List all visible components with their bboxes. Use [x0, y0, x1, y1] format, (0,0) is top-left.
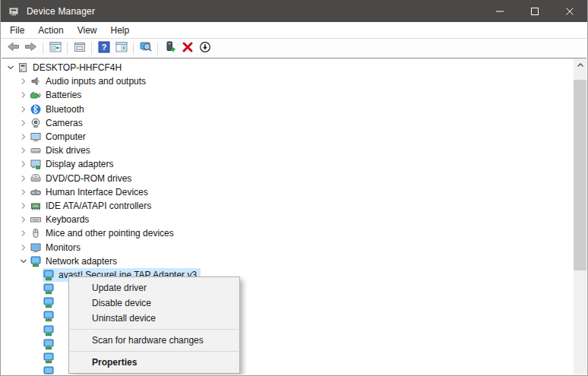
network-icon	[30, 255, 42, 267]
window-title: Device Manager	[27, 6, 95, 17]
toolbar-properties-button[interactable]	[71, 40, 88, 57]
close-button[interactable]	[552, 0, 587, 22]
chevron-spacer	[30, 296, 43, 308]
scan-icon	[140, 41, 152, 56]
tree-item-display-adapters[interactable]: Display adapters	[2, 157, 574, 171]
tree-row-content: Bluetooth	[30, 103, 88, 116]
tree-item-label: Mice and other pointing devices	[46, 228, 174, 239]
toolbar-show-console-tree-button[interactable]	[46, 40, 64, 57]
context-menu: Update driverDisable deviceUninstall dev…	[68, 276, 240, 374]
chevron-spacer	[30, 324, 43, 337]
tree-row-content: Display adapters	[30, 157, 117, 171]
toolbar-action-pane-button[interactable]	[112, 40, 130, 57]
toolbar-forward-button[interactable]	[22, 40, 40, 57]
tree-item-bluetooth[interactable]: Bluetooth	[2, 103, 574, 116]
maximize-button[interactable]	[517, 0, 552, 22]
chevron-right-icon[interactable]	[17, 227, 30, 239]
tree-item-dvd-cd-rom-drives[interactable]: DVD/CD-ROM drives	[2, 172, 574, 185]
chevron-right-icon[interactable]	[17, 242, 30, 254]
toolbar-scan-hardware-changes-button[interactable]	[137, 40, 154, 57]
tree-item-network-adapters[interactable]: Network adapters	[2, 254, 574, 268]
tree-item-ide-ata-atapi-controllers[interactable]: IDE ATA/ATAPI controllers	[2, 199, 574, 213]
context-menu-item-scan-for-hardware-changes[interactable]: Scan for hardware changes	[69, 333, 239, 348]
context-menu-item-update-driver[interactable]: Update driver	[69, 280, 239, 295]
chevron-down-icon[interactable]	[17, 255, 30, 267]
toolbar-help-button[interactable]: ?	[95, 40, 112, 57]
tree-item-computer[interactable]: Computer	[2, 130, 574, 144]
vertical-scrollbar[interactable]	[574, 58, 586, 374]
close-icon	[566, 5, 574, 18]
chevron-right-icon[interactable]	[17, 144, 30, 156]
menu-view[interactable]: View	[71, 23, 104, 38]
toolbar-disable-device-button[interactable]	[196, 40, 213, 57]
chevron-right-icon[interactable]	[17, 158, 30, 170]
tree-row-content: Cameras	[30, 116, 87, 130]
computer-icon	[30, 131, 42, 143]
tree-item-human-interface-devices[interactable]: Human Interface Devices	[2, 185, 574, 199]
client-area: DESKTOP-HHFCF4HAudio inputs and outputsB…	[2, 58, 586, 374]
tree-row-content	[43, 351, 62, 365]
chevron-right-icon[interactable]	[17, 213, 30, 226]
tree-item-monitors[interactable]: Monitors	[2, 240, 574, 254]
menu-help[interactable]: Help	[104, 23, 137, 38]
chevron-right-icon[interactable]	[17, 117, 30, 129]
tree-item-label: DVD/CD-ROM drives	[46, 173, 131, 184]
tree-item-cameras[interactable]: Cameras	[2, 116, 574, 130]
network-icon	[43, 338, 55, 350]
arrow-right-icon	[24, 41, 37, 55]
chevron-spacer	[30, 269, 43, 281]
context-menu-item-properties[interactable]: Properties	[69, 355, 239, 370]
minimize-button[interactable]	[482, 0, 517, 22]
tree-row-content: IDE ATA/ATAPI controllers	[30, 199, 155, 213]
scrollbar-thumb[interactable]	[574, 80, 586, 270]
tree-row-content	[43, 295, 62, 309]
chevron-right-icon[interactable]	[17, 186, 30, 198]
action-pane-icon	[115, 41, 128, 56]
tree-item-label: Human Interface Devices	[46, 187, 148, 197]
tree-item-desktop-hhfcf4h[interactable]: DESKTOP-HHFCF4H	[2, 61, 574, 74]
chevron-right-icon[interactable]	[17, 131, 30, 143]
tree-item-label: IDE ATA/ATAPI controllers	[46, 201, 151, 211]
chevron-right-icon[interactable]	[17, 89, 30, 101]
titlebar: Device Manager	[1, 0, 587, 22]
chevron-spacer	[30, 310, 43, 322]
tree-row-content: Keyboards	[30, 213, 93, 226]
chevron-spacer	[30, 283, 43, 295]
context-menu-item-disable-device[interactable]: Disable device	[69, 295, 239, 311]
toolbar-uninstall-device-button[interactable]	[179, 40, 196, 57]
toolbar-back-button[interactable]	[5, 40, 22, 57]
menu-action[interactable]: Action	[31, 23, 70, 38]
chevron-up-icon	[577, 62, 584, 69]
tree-item-label: Cameras	[46, 118, 83, 128]
properties-window-icon	[74, 41, 86, 56]
chevron-right-icon[interactable]	[17, 172, 30, 185]
tree-item-mice-and-other-pointing-devices[interactable]: Mice and other pointing devices	[2, 226, 574, 240]
keyboard-icon	[30, 213, 42, 226]
maximize-icon	[531, 5, 539, 18]
context-menu-separator	[70, 329, 239, 330]
svg-text:?: ?	[101, 43, 106, 52]
chevron-right-icon[interactable]	[17, 75, 30, 87]
tree-row-content: Batteries	[30, 88, 85, 102]
camera-icon	[30, 117, 42, 129]
toolbar-update-driver-button[interactable]	[161, 40, 179, 57]
chevron-right-icon[interactable]	[17, 103, 30, 115]
audio-icon	[30, 75, 42, 87]
context-menu-item-uninstall-device[interactable]: Uninstall device	[69, 311, 239, 326]
minimize-icon	[496, 5, 504, 18]
menu-file[interactable]: File	[3, 23, 31, 38]
chevron-right-icon[interactable]	[17, 200, 30, 212]
tree-row-content: Computer	[30, 130, 90, 144]
tree-item-label: Audio inputs and outputs	[46, 76, 146, 87]
tree-row-content	[43, 282, 62, 295]
tree-item-disk-drives[interactable]: Disk drives	[2, 144, 574, 157]
tree-item-audio-inputs-and-outputs[interactable]: Audio inputs and outputs	[2, 74, 574, 88]
chevron-down-icon[interactable]	[5, 62, 17, 74]
scroll-up-button[interactable]	[574, 58, 586, 71]
tree-item-label: Batteries	[46, 90, 81, 100]
tree-item-keyboards[interactable]: Keyboards	[2, 213, 574, 226]
device-manager-app-icon	[8, 5, 20, 17]
tree-item-batteries[interactable]: Batteries	[2, 88, 574, 102]
tree-item-label: Monitors	[46, 242, 81, 253]
tree-row-content: DVD/CD-ROM drives	[30, 172, 135, 185]
